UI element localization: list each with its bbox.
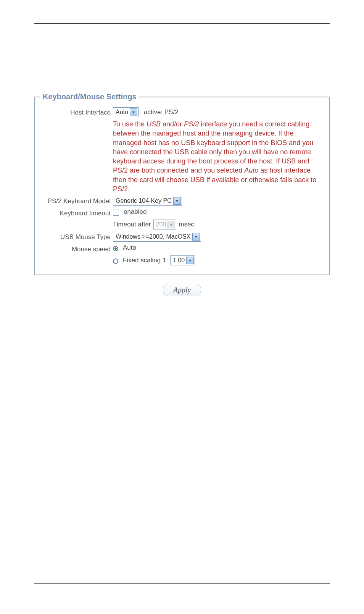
row-keyboard-timeout-after: Timeout after 200 msec <box>40 220 324 229</box>
chevron-down-icon <box>168 221 175 228</box>
mouse-speed-fixed-value: 1.00 <box>173 257 185 264</box>
row-ps2-model: PS/2 Keyboard Model Generic 104-Key PC <box>40 196 324 206</box>
row-mouse-speed-auto: Mouse speed Auto <box>40 244 324 253</box>
row-mouse-speed-fixed: Fixed scaling 1: 1.00 <box>40 255 324 265</box>
keyboard-mouse-fieldset: Keyboard/Mouse Settings Host Interface A… <box>34 92 330 275</box>
apply-button[interactable]: Apply <box>163 284 201 296</box>
ps2-model-label: PS/2 Keyboard Model <box>40 196 113 205</box>
row-warning: To use the USB and/or PS/2 interface you… <box>40 120 324 194</box>
chevron-down-icon <box>130 108 137 116</box>
usb-mouse-type-select[interactable]: Windows >=2000, MacOSX <box>113 232 201 242</box>
row-host-interface: Host Interface Auto active: PS/2 <box>40 107 324 117</box>
mouse-speed-fixed-label: Fixed scaling 1: <box>123 257 168 264</box>
row-usb-mouse-type: USB Mouse Type Windows >=2000, MacOSX <box>40 232 324 242</box>
timeout-after-unit: msec <box>179 221 194 228</box>
fieldset-legend: Keyboard/Mouse Settings <box>40 92 139 101</box>
row-keyboard-timeout: Keyboard timeout enabled <box>40 208 324 217</box>
mouse-speed-fixed-select[interactable]: 1.00 <box>170 255 195 265</box>
host-interface-label: Host Interface <box>40 107 113 116</box>
keyboard-timeout-checkbox[interactable] <box>113 210 119 216</box>
chevron-down-icon <box>186 257 194 264</box>
usb-mouse-type-label: USB Mouse Type <box>40 232 113 241</box>
chevron-down-icon <box>192 233 200 241</box>
timeout-after-value: 200 <box>156 221 166 228</box>
mouse-speed-fixed-radio[interactable] <box>113 259 118 264</box>
timeout-after-select[interactable]: 200 <box>153 220 177 229</box>
usb-mouse-type-select-value: Windows >=2000, MacOSX <box>116 233 191 240</box>
host-interface-active-text: active: PS/2 <box>144 108 179 116</box>
apply-wrap: Apply <box>34 284 330 296</box>
mouse-speed-auto-radio[interactable] <box>113 246 118 251</box>
top-rule <box>34 23 330 24</box>
warning-text: To use the USB and/or PS/2 interface you… <box>113 120 324 194</box>
keyboard-timeout-enabled-label: enabled <box>124 208 147 216</box>
host-interface-select-value: Auto <box>116 109 128 116</box>
ps2-model-select[interactable]: Generic 104-Key PC <box>113 196 182 206</box>
keyboard-timeout-label: Keyboard timeout <box>40 208 113 217</box>
mouse-speed-label: Mouse speed <box>40 244 113 253</box>
ps2-model-select-value: Generic 104-Key PC <box>116 197 172 204</box>
mouse-speed-auto-label: Auto <box>123 244 136 252</box>
bottom-rule <box>34 583 330 584</box>
host-interface-select[interactable]: Auto <box>113 107 139 117</box>
timeout-after-label: Timeout after <box>113 221 151 228</box>
chevron-down-icon <box>173 197 181 205</box>
document-page: Keyboard/Mouse Settings Host Interface A… <box>0 0 364 614</box>
